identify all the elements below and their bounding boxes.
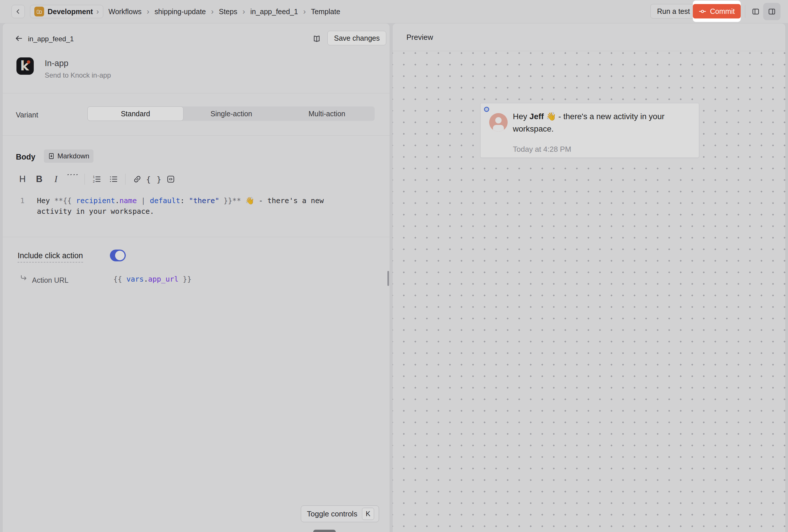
braces-icon[interactable]: { } bbox=[146, 171, 162, 187]
commit-spotlight: Commit bbox=[693, 1, 741, 22]
avatar bbox=[489, 113, 508, 132]
book-icon bbox=[312, 34, 321, 43]
code-segment: Hey bbox=[37, 196, 54, 205]
code-segment: : bbox=[180, 196, 189, 205]
history-back-button[interactable] bbox=[12, 5, 25, 18]
commit-button[interactable]: Commit bbox=[693, 4, 741, 18]
code-segment: {{ bbox=[113, 275, 126, 283]
docs-button[interactable] bbox=[310, 32, 323, 45]
breadcrumb-separator: › bbox=[303, 7, 306, 16]
include-click-action-toggle[interactable] bbox=[110, 250, 126, 261]
code-block-icon[interactable] bbox=[162, 171, 179, 187]
blockquote-icon[interactable]: ”” bbox=[64, 171, 81, 187]
action-url-value[interactable]: {{ vars.app_url }} bbox=[113, 275, 192, 283]
toggle-left-panel-button[interactable] bbox=[749, 5, 762, 18]
code-segment: **{{ bbox=[54, 196, 76, 205]
include-click-action-label: Include click action bbox=[18, 251, 83, 262]
code-segment: }} bbox=[179, 275, 192, 283]
knock-logo: k bbox=[16, 57, 34, 75]
code-segment: 👋 bbox=[245, 196, 254, 205]
chevron-right-icon: › bbox=[96, 7, 99, 16]
italic-icon[interactable]: I bbox=[47, 171, 64, 187]
breadcrumb-item-shipping-update[interactable]: shipping-update bbox=[155, 7, 206, 16]
variant-option-multi-action[interactable]: Multi-action bbox=[279, 106, 375, 121]
top-bar: Development › Workflows›shipping-update›… bbox=[0, 0, 788, 23]
code-segment: . bbox=[115, 196, 119, 205]
section-divider bbox=[3, 93, 390, 94]
step-back-button[interactable] bbox=[13, 33, 24, 44]
breadcrumb-item-Steps[interactable]: Steps bbox=[219, 7, 237, 16]
editor-header: in_app_feed_1 Save changes bbox=[3, 23, 390, 52]
variant-segmented: StandardSingle-actionMulti-action bbox=[87, 106, 375, 121]
ordered-list-icon[interactable]: 12 bbox=[88, 171, 105, 187]
person-icon bbox=[489, 113, 508, 132]
save-changes-button[interactable]: Save changes bbox=[327, 31, 386, 45]
breadcrumb-items: Workflows›shipping-update›Steps›in_app_f… bbox=[109, 7, 340, 16]
commit-icon bbox=[698, 7, 706, 15]
format-badge[interactable]: Markdown bbox=[44, 150, 94, 163]
breadcrumb-separator: › bbox=[147, 7, 150, 16]
notification-card[interactable]: Hey Jeff 👋 - there's a new activity in y… bbox=[480, 103, 699, 158]
channel-name: In-app bbox=[45, 59, 68, 68]
breadcrumb-item-in_app_feed_1[interactable]: in_app_feed_1 bbox=[250, 7, 298, 16]
bold-icon[interactable]: B bbox=[31, 171, 47, 187]
markdown-file-icon bbox=[48, 153, 55, 160]
breadcrumb: Workflows›shipping-update›Steps›in_app_f… bbox=[109, 7, 340, 16]
corner-down-right-icon bbox=[19, 274, 28, 282]
back-chevron-icon bbox=[15, 8, 22, 15]
preview-canvas: Hey Jeff 👋 - there's a new activity in y… bbox=[393, 51, 785, 532]
message-segment: Hey bbox=[513, 112, 530, 121]
preview-panel: Preview Hey Jeff 👋 - there's a new activ… bbox=[392, 23, 786, 532]
breadcrumb-item-Template[interactable]: Template bbox=[311, 7, 340, 16]
toolbar-separator bbox=[125, 174, 125, 185]
svg-text:1: 1 bbox=[93, 175, 95, 179]
scrollbar-thumb[interactable] bbox=[387, 271, 389, 286]
action-url-label: Action URL bbox=[32, 276, 68, 284]
section-divider bbox=[3, 135, 390, 136]
variant-label: Variant bbox=[16, 111, 38, 119]
code-segment: | bbox=[137, 196, 150, 205]
notification-message: Hey Jeff 👋 - there's a new activity in y… bbox=[513, 110, 694, 135]
environment-name: Development bbox=[47, 7, 93, 16]
toggle-controls-label: Toggle controls bbox=[307, 510, 357, 518]
code-segment: }}** bbox=[219, 196, 245, 205]
preview-title: Preview bbox=[407, 33, 433, 42]
commit-label: Commit bbox=[710, 7, 735, 16]
keyboard-shortcut-badge: K bbox=[362, 508, 374, 520]
message-segment: Jeff bbox=[530, 112, 544, 121]
code-segment: name bbox=[119, 196, 137, 205]
line-number: 1 bbox=[16, 196, 24, 205]
unread-indicator bbox=[484, 107, 489, 112]
preview-header: Preview bbox=[393, 23, 785, 51]
code-segment: default bbox=[150, 196, 180, 205]
editor-toolbar: H B I ”” 12 { } bbox=[14, 171, 179, 187]
code-line-text[interactable]: Hey **{{ recipient.name | default: "ther… bbox=[37, 195, 340, 217]
hidden-control-peek bbox=[313, 530, 336, 532]
svg-text:2: 2 bbox=[93, 180, 95, 183]
code-segment: vars bbox=[126, 275, 144, 283]
link-icon[interactable] bbox=[129, 171, 146, 187]
environment-switcher[interactable]: Development › bbox=[30, 5, 103, 18]
bullet-list-icon[interactable] bbox=[105, 171, 122, 187]
run-test-button[interactable]: Run a test bbox=[650, 4, 696, 18]
breadcrumb-item-Workflows[interactable]: Workflows bbox=[109, 7, 142, 16]
variant-option-standard[interactable]: Standard bbox=[87, 106, 183, 121]
notification-timestamp: Today at 4:28 PM bbox=[513, 145, 571, 154]
toggle-controls-button[interactable]: Toggle controls K bbox=[301, 506, 379, 522]
app-window: Development › Workflows›shipping-update›… bbox=[0, 0, 788, 532]
arrow-left-icon bbox=[15, 34, 23, 43]
channel-description: Send to Knock in-app bbox=[45, 71, 111, 79]
body-label: Body bbox=[16, 153, 36, 161]
variant-option-single-action[interactable]: Single-action bbox=[183, 106, 279, 121]
panel-right-icon bbox=[768, 7, 776, 16]
step-name-title: in_app_feed_1 bbox=[28, 35, 74, 43]
code-segment: app_url bbox=[148, 275, 178, 283]
toggle-right-panel-button[interactable] bbox=[763, 3, 781, 20]
panel-left-icon bbox=[751, 7, 760, 16]
breadcrumb-separator: › bbox=[242, 7, 245, 16]
heading-icon[interactable]: H bbox=[14, 171, 31, 187]
folder-icon bbox=[34, 7, 44, 16]
breadcrumb-separator: › bbox=[211, 7, 214, 16]
toolbar-separator bbox=[84, 174, 85, 185]
toolbar-divider bbox=[745, 5, 745, 18]
